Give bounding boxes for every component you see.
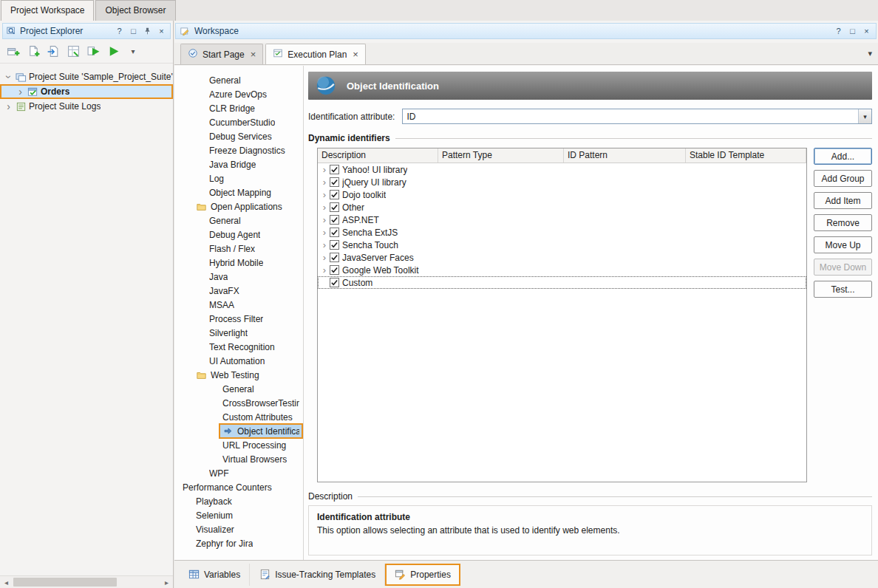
settings-item-debug-services[interactable]: Debug Services (174, 129, 303, 143)
close-icon[interactable]: × (862, 26, 871, 36)
chevron-right-icon[interactable]: › (320, 215, 329, 225)
add-project-suite-icon[interactable] (4, 42, 22, 60)
run-test-icon[interactable] (84, 42, 102, 60)
add-button[interactable]: Add... (814, 148, 872, 165)
identifier-row-javaserver-faces[interactable]: ›JavaServer Faces (318, 251, 806, 264)
identifier-row-jquery-ui-library[interactable]: ›jQuery UI library (318, 176, 806, 188)
settings-item-crossbrowsertesting[interactable]: CrossBrowserTesting (174, 396, 303, 410)
settings-item-text-recognition[interactable]: Text Recognition (174, 340, 303, 354)
checkbox[interactable] (330, 278, 339, 287)
settings-item-general[interactable]: General (174, 213, 303, 228)
chevron-right-icon[interactable]: › (320, 240, 329, 250)
bottom-tab-issue-tracking-templates[interactable]: Issue-Tracking Templates (250, 564, 385, 586)
chevron-right-icon[interactable]: › (4, 101, 13, 112)
pin-icon[interactable] (143, 26, 152, 36)
settings-item-general[interactable]: General (174, 382, 303, 396)
doc-tab-execution-plan[interactable]: Execution Plan× (265, 44, 366, 64)
toolbar-dropdown-icon[interactable]: ▾ (124, 42, 142, 60)
move-up-button[interactable]: Move Up (814, 236, 872, 253)
checkbox[interactable] (330, 202, 339, 212)
chevron-right-icon[interactable]: › (16, 86, 24, 97)
identifier-row-yahoo-ui-library[interactable]: ›Yahoo! UI library (318, 163, 806, 176)
top-tab-object-browser[interactable]: Object Browser (95, 0, 175, 21)
add-new-item-icon[interactable] (24, 42, 42, 60)
checkbox[interactable] (330, 253, 339, 262)
column-header-id-pattern[interactable]: ID Pattern (564, 148, 686, 163)
chevron-right-icon[interactable]: › (320, 228, 329, 237)
keyword-test-icon[interactable] (64, 42, 82, 60)
checkbox[interactable] (330, 265, 339, 275)
bottom-tab-variables[interactable]: Variables (179, 564, 250, 586)
add-item-button[interactable]: Add Item (814, 192, 872, 209)
settings-item-selenium[interactable]: Selenium (174, 508, 303, 522)
identification-attribute-select[interactable]: ID ▾ (402, 109, 872, 124)
chevron-right-icon[interactable]: › (320, 265, 329, 275)
settings-item-silverlight[interactable]: Silverlight (174, 326, 303, 340)
settings-item-virtual-browsers[interactable]: Virtual Browsers (174, 452, 303, 466)
chevron-right-icon[interactable]: › (320, 165, 329, 174)
settings-item-open-applications[interactable]: Open Applications (174, 199, 303, 213)
remove-button[interactable]: Remove (814, 214, 872, 231)
top-tab-project-workspace[interactable]: Project Workspace (1, 0, 94, 21)
scrollbar-thumb[interactable] (13, 578, 117, 587)
checkbox[interactable] (330, 177, 339, 187)
test-button[interactable]: Test... (814, 281, 872, 298)
doc-tab-start-page[interactable]: Start Page× (180, 44, 263, 64)
chevron-right-icon[interactable]: › (320, 177, 329, 187)
checkbox[interactable] (330, 190, 339, 199)
settings-item-custom-attributes[interactable]: Custom Attributes (174, 410, 303, 424)
bottom-tab-properties[interactable]: Properties (385, 564, 460, 586)
horizontal-scrollbar[interactable]: ◂ ▸ (0, 575, 173, 588)
column-header-stable-id-template[interactable]: Stable ID Template (686, 148, 806, 163)
float-icon[interactable]: □ (848, 26, 857, 36)
settings-item-java[interactable]: Java (174, 270, 303, 284)
column-header-pattern-type[interactable]: Pattern Type (438, 148, 564, 163)
settings-item-javafx[interactable]: JavaFX (174, 284, 303, 298)
checkbox[interactable] (330, 215, 339, 225)
settings-item-ui-automation[interactable]: UI Automation (174, 354, 303, 368)
settings-item-clr-bridge[interactable]: CLR Bridge (174, 101, 303, 115)
open-item-icon[interactable] (44, 42, 62, 60)
settings-item-hybrid-mobile[interactable]: Hybrid Mobile (174, 256, 303, 270)
settings-item-visualizer[interactable]: Visualizer (174, 522, 303, 536)
settings-item-object-identification[interactable]: Object Identification (174, 424, 303, 438)
settings-item-azure-devops[interactable]: Azure DevOps (174, 87, 303, 101)
scroll-right-icon[interactable]: ▸ (160, 576, 173, 588)
move-down-button[interactable]: Move Down (814, 259, 872, 276)
settings-item-performance-counters[interactable]: Performance Counters (174, 480, 303, 494)
project-tree-item-orders[interactable]: ›Orders (0, 84, 173, 99)
identifier-row-sencha-extjs[interactable]: ›Sencha ExtJS (318, 226, 806, 239)
chevron-right-icon[interactable]: › (320, 202, 329, 212)
checkbox[interactable] (330, 228, 339, 237)
identifier-row-sencha-touch[interactable]: ›Sencha Touch (318, 239, 806, 251)
chevron-right-icon[interactable]: › (320, 190, 329, 199)
settings-item-url-processing[interactable]: URL Processing (174, 438, 303, 452)
identifier-row-dojo-toolkit[interactable]: ›Dojo toolkit (318, 188, 806, 201)
settings-item-playback[interactable]: Playback (174, 494, 303, 508)
float-icon[interactable]: □ (129, 26, 138, 36)
identifier-row-google-web-toolkit[interactable]: ›Google Web Toolkit (318, 264, 806, 276)
settings-item-debug-agent[interactable]: Debug Agent (174, 228, 303, 242)
chevron-right-icon[interactable]: › (320, 253, 329, 262)
settings-item-general[interactable]: General (174, 73, 303, 87)
settings-item-log[interactable]: Log (174, 171, 303, 185)
close-icon[interactable]: × (157, 26, 166, 36)
settings-item-flash-flex[interactable]: Flash / Flex (174, 242, 303, 256)
checkbox[interactable] (330, 165, 339, 174)
identifier-row-other[interactable]: ›Other (318, 201, 806, 213)
column-header-description[interactable]: Description (318, 148, 438, 163)
project-tree-item-project-suite-logs[interactable]: ›Project Suite Logs (0, 99, 173, 114)
identifier-row-asp-net[interactable]: ›ASP.NET (318, 213, 806, 226)
settings-item-cucumberstudio[interactable]: CucumberStudio (174, 115, 303, 129)
settings-item-process-filter[interactable]: Process Filter (174, 312, 303, 326)
settings-item-msaa[interactable]: MSAA (174, 298, 303, 312)
tab-list-dropdown-icon[interactable]: ▾ (868, 49, 872, 58)
settings-item-java-bridge[interactable]: Java Bridge (174, 157, 303, 171)
settings-item-object-mapping[interactable]: Object Mapping (174, 185, 303, 199)
identifier-row-custom[interactable]: Custom (318, 276, 806, 289)
add-group-button[interactable]: Add Group (814, 170, 872, 187)
checkbox[interactable] (330, 240, 339, 250)
settings-item-web-testing[interactable]: Web Testing (174, 368, 303, 382)
combo-dropdown-icon[interactable]: ▾ (858, 109, 871, 123)
chevron-down-icon[interactable]: › (4, 73, 14, 81)
